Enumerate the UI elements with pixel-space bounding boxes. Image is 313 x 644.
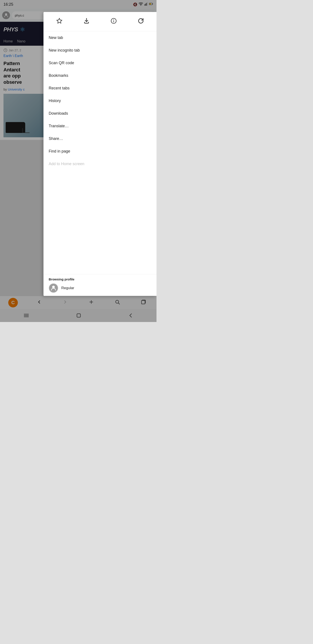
menu-item-new-tab[interactable]: New tab	[43, 31, 156, 44]
browsing-profile[interactable]: Browsing profile Regular	[43, 274, 156, 296]
profile-row: Regular	[49, 283, 151, 293]
menu-item-recent-tabs[interactable]: Recent tabs	[43, 82, 156, 94]
menu-item-add-home[interactable]: Add to Home screen	[43, 158, 156, 170]
download-button[interactable]	[80, 16, 93, 28]
refresh-button[interactable]	[135, 16, 147, 28]
profile-name: Regular	[61, 286, 74, 290]
download-icon	[83, 18, 89, 26]
menu-item-share[interactable]: Share…	[43, 132, 156, 145]
info-button[interactable]	[108, 16, 120, 28]
menu-item-scan-qr[interactable]: Scan QR code	[43, 56, 156, 69]
menu-item-history[interactable]: History	[43, 94, 156, 107]
refresh-icon	[138, 18, 144, 26]
svg-marker-13	[57, 18, 62, 23]
dropdown-menu: New tab New incognito tab Scan QR code B…	[43, 12, 156, 296]
browsing-profile-title: Browsing profile	[49, 278, 151, 281]
menu-items-list: New tab New incognito tab Scan QR code B…	[43, 31, 156, 274]
menu-item-downloads[interactable]: Downloads	[43, 107, 156, 120]
star-icon	[56, 18, 62, 26]
menu-item-translate[interactable]: Translate…	[43, 120, 156, 132]
bookmark-button[interactable]	[53, 16, 65, 28]
profile-avatar	[49, 283, 58, 293]
info-icon	[111, 18, 117, 26]
menu-item-incognito[interactable]: New incognito tab	[43, 44, 156, 56]
svg-point-17	[52, 286, 55, 288]
menu-item-bookmarks[interactable]: Bookmarks	[43, 69, 156, 82]
menu-toolbar	[43, 12, 156, 31]
menu-item-find-in-page[interactable]: Find in page	[43, 145, 156, 158]
